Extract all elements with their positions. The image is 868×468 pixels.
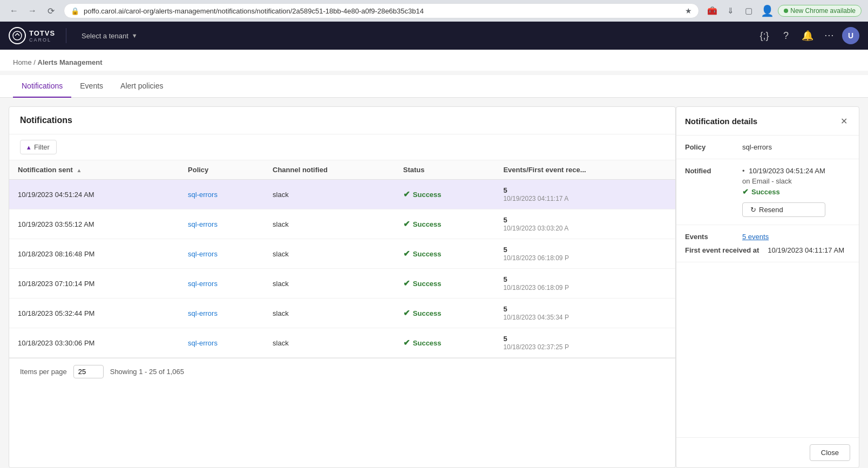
bell-icon-btn[interactable]: 🔔 [799, 27, 816, 44]
navbar-right: {;} ? 🔔 ⋅⋅⋅ U [756, 27, 859, 44]
events-count: 5 [503, 335, 507, 343]
profile-avatar[interactable]: 👤 [760, 3, 775, 18]
apps-icon-btn[interactable]: ⋅⋅⋅ [820, 27, 838, 44]
refresh-button[interactable]: ⟳ [43, 3, 58, 18]
cell-notification-sent: 10/18/2023 03:30:06 PM [9, 328, 179, 358]
first-event-row: First event received at 10/19/2023 04:11… [685, 246, 850, 254]
events-count: 5 [503, 216, 507, 224]
cell-notification-sent: 10/18/2023 05:32:44 PM [9, 299, 179, 328]
cell-policy: sql-errors [179, 239, 264, 269]
cell-status: ✔ Success [395, 299, 495, 328]
main-content: Home / Alerts Management Notifications E… [0, 50, 868, 468]
cell-channel: slack [264, 269, 395, 299]
notifications-table: Notification sent ▲ Policy Channel notif… [9, 160, 675, 358]
cell-notification-sent: 10/19/2023 03:55:12 AM [9, 209, 179, 239]
address-bar[interactable]: 🔒 poffo.carol.ai/carol-org/alerts-manage… [64, 3, 699, 18]
cell-channel: slack [264, 239, 395, 269]
profile-avatar-btn[interactable]: U [842, 27, 859, 44]
events-count: 5 [503, 186, 507, 194]
policy-link[interactable]: sql-errors [188, 250, 218, 258]
table-panel-header: Notifications [9, 107, 675, 134]
policy-link[interactable]: sql-errors [188, 220, 218, 228]
events-date: 10/18/2023 06:18:09 P [503, 284, 568, 291]
tenant-selector[interactable]: Select a tenant ▼ [77, 30, 142, 42]
tab-notifications[interactable]: Notifications [13, 75, 71, 98]
cell-status: ✔ Success [395, 180, 495, 209]
policy-section: Policy sql-errors [676, 135, 859, 159]
svg-point-0 [13, 31, 22, 40]
policy-link[interactable]: sql-errors [188, 280, 218, 288]
breadcrumb-home[interactable]: Home [13, 58, 32, 66]
status-text: Success [413, 309, 442, 317]
filter-icon: ▴ [27, 143, 31, 151]
events-link[interactable]: 5 events [742, 233, 769, 241]
col-status: Status [395, 160, 495, 180]
table-row[interactable]: 10/19/2023 04:51:24 AM sql-errors slack … [9, 180, 675, 209]
chevron-down-icon: ▼ [132, 32, 138, 39]
cell-policy: sql-errors [179, 269, 264, 299]
tab-events[interactable]: Events [71, 75, 112, 98]
resend-button[interactable]: ↻ Resend [742, 202, 825, 217]
table-row[interactable]: 10/19/2023 03:55:12 AM sql-errors slack … [9, 209, 675, 239]
first-event-value: 10/19/2023 04:11:17 AM [768, 246, 850, 254]
policy-link[interactable]: sql-errors [188, 191, 218, 199]
code-icon-btn[interactable]: {;} [756, 27, 773, 44]
cell-channel: slack [264, 180, 395, 209]
col-notification-sent[interactable]: Notification sent ▲ [9, 160, 179, 180]
events-section: Events 5 events First event received at … [676, 225, 859, 262]
success-icon: ✔ [403, 279, 410, 288]
table-row[interactable]: 10/18/2023 07:10:14 PM sql-errors slack … [9, 269, 675, 299]
cell-policy: sql-errors [179, 180, 264, 209]
close-footer-button[interactable]: Close [810, 444, 850, 461]
success-icon: ✔ [403, 308, 410, 318]
tabs-bar: Notifications Events Alert policies [0, 75, 868, 98]
cell-events: 5 10/19/2023 03:03:20 A [494, 209, 675, 239]
extensions-icon[interactable]: 🧰 [704, 3, 720, 18]
items-per-page-label: Items per page [20, 368, 67, 376]
breadcrumb-sep: / [33, 58, 36, 66]
cell-notification-sent: 10/18/2023 08:16:48 PM [9, 239, 179, 269]
status-text: Success [413, 220, 442, 228]
policy-link[interactable]: sql-errors [188, 309, 218, 317]
events-count-row: Events 5 events [685, 233, 850, 241]
filter-button[interactable]: ▴ Filter [20, 140, 57, 154]
navbar-left: TOTVS CAROL Select a tenant ▼ [9, 27, 142, 44]
help-icon-btn[interactable]: ? [777, 27, 795, 44]
items-per-page-select[interactable]: 25 50 100 [73, 365, 104, 378]
tenant-label: Select a tenant [82, 32, 128, 40]
first-event-label: First event received at [685, 246, 759, 254]
table-row[interactable]: 10/18/2023 03:30:06 PM sql-errors slack … [9, 328, 675, 358]
status-text: Success [413, 250, 442, 258]
logo[interactable]: TOTVS CAROL [9, 27, 55, 44]
new-chrome-banner[interactable]: New Chrome available [778, 5, 862, 17]
policy-link[interactable]: sql-errors [188, 339, 218, 347]
logo-circle [9, 27, 26, 44]
forward-button[interactable]: → [25, 3, 40, 18]
tab-strip-icon[interactable]: ▢ [741, 3, 756, 18]
notified-status: ✔ Success [742, 187, 825, 196]
events-label: Events [685, 233, 734, 241]
side-panel-title: Notification details [685, 117, 757, 126]
downloads-icon[interactable]: ⇓ [723, 3, 738, 18]
cell-notification-sent: 10/19/2023 04:51:24 AM [9, 180, 179, 209]
bullet-icon: • [742, 167, 745, 175]
bookmark-icon[interactable]: ★ [685, 6, 692, 15]
tab-alert-policies[interactable]: Alert policies [112, 75, 172, 98]
cell-policy: sql-errors [179, 328, 264, 358]
table-row[interactable]: 10/18/2023 05:32:44 PM sql-errors slack … [9, 299, 675, 328]
events-date: 10/19/2023 04:11:17 A [503, 195, 568, 202]
side-panel-footer: Close [676, 437, 859, 467]
table-row[interactable]: 10/18/2023 08:16:48 PM sql-errors slack … [9, 239, 675, 269]
side-panel-body: Policy sql-errors Notified • 10/19/2023 … [676, 135, 859, 437]
filter-label: Filter [34, 143, 50, 151]
notified-section: Notified • 10/19/2023 04:51:24 AM on Ema… [676, 159, 859, 225]
side-panel-close-button[interactable]: ✕ [837, 114, 850, 127]
events-date: 10/18/2023 04:35:34 P [503, 314, 568, 321]
back-button[interactable]: ← [6, 3, 22, 18]
content-area: Notifications ▴ Filter Notification sent… [0, 98, 868, 468]
success-icon: ✔ [403, 249, 410, 259]
resend-icon: ↻ [750, 206, 756, 214]
cell-events: 5 10/18/2023 04:35:34 P [494, 299, 675, 328]
cell-channel: slack [264, 328, 395, 358]
cell-status: ✔ Success [395, 239, 495, 269]
